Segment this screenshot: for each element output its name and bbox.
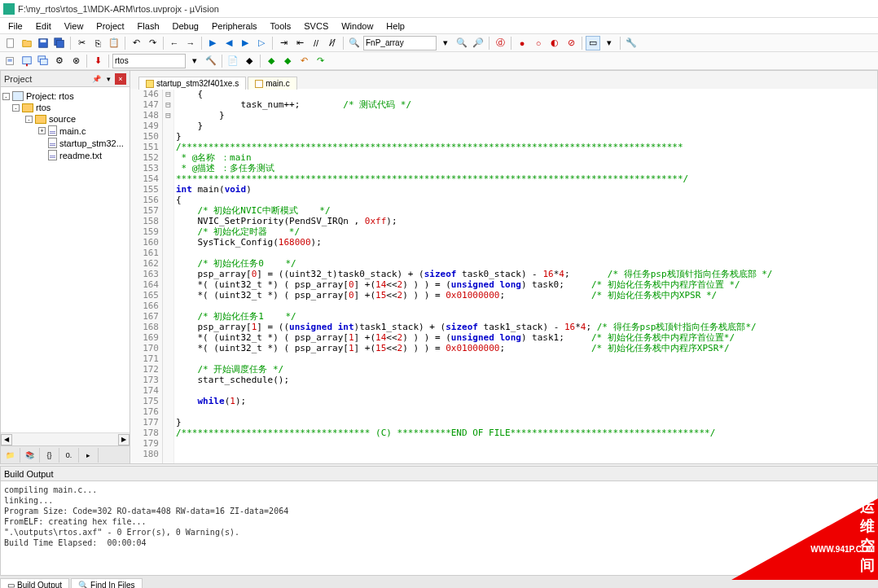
- menu-edit[interactable]: Edit: [29, 20, 58, 33]
- project-tab-more-icon[interactable]: ▸: [79, 448, 99, 463]
- manage-icon[interactable]: ◆: [242, 54, 257, 68]
- outdent-icon[interactable]: ⇤: [292, 36, 307, 50]
- breakpoint-insert-icon[interactable]: ●: [515, 36, 529, 50]
- line-number-gutter: 146 147 148 149 150 151 152 153 154 155 …: [130, 89, 163, 463]
- window-dropdown-icon[interactable]: ▾: [602, 36, 617, 50]
- bookmark-prev-icon[interactable]: ◀: [222, 36, 236, 50]
- project-tab-templates-icon[interactable]: 0.: [59, 448, 79, 463]
- options-icon[interactable]: 🔨: [204, 54, 218, 68]
- project-tree[interactable]: - Project: rtos - rtos - source + main.c: [1, 87, 130, 432]
- tree-label: rtos: [36, 103, 50, 112]
- main-toolbar: ✂ ⎘ 📋 ↶ ↷ ← → ▶ ◀ ▶ ▷ ⇥ ⇤ // //̸ 🔍 ▾ 🔍 🔎…: [0, 34, 878, 52]
- menu-window[interactable]: Window: [335, 20, 380, 33]
- expand-icon[interactable]: -: [12, 104, 20, 112]
- tree-label: readme.txt: [59, 151, 102, 160]
- editor-body[interactable]: 146 147 148 149 150 151 152 153 154 155 …: [130, 89, 877, 463]
- nav-fwd-icon[interactable]: →: [183, 36, 198, 50]
- find-dropdown-icon[interactable]: ▾: [438, 36, 453, 50]
- download-icon[interactable]: ⬇: [90, 54, 105, 68]
- nav-back-icon[interactable]: ←: [167, 36, 182, 50]
- menu-svcs[interactable]: SVCS: [297, 20, 335, 33]
- expand-icon[interactable]: -: [25, 116, 33, 123]
- project-hscroll[interactable]: ◀ ▶: [1, 432, 130, 445]
- editor-tab[interactable]: startup_stm32f401xe.s: [138, 77, 246, 90]
- tab-marker-icon: [255, 80, 263, 88]
- build-icon[interactable]: [20, 54, 34, 68]
- editor-tabs: startup_stm32f401xe.s main.c: [130, 71, 877, 89]
- redo-icon[interactable]: ↷: [145, 36, 160, 50]
- fold-column[interactable]: ⊟ ⊟ ⊟: [163, 89, 174, 463]
- comment-icon[interactable]: //: [309, 36, 323, 50]
- svg-rect-2: [41, 39, 46, 42]
- project-panel-title: Project: [4, 74, 32, 84]
- translate-icon[interactable]: [3, 54, 18, 68]
- incremental-find-icon[interactable]: 🔎: [471, 36, 485, 50]
- breakpoint-kill-icon[interactable]: ⊘: [564, 36, 578, 50]
- menu-debug[interactable]: Debug: [166, 20, 205, 33]
- window-icon[interactable]: ▭: [586, 36, 600, 50]
- save-icon[interactable]: [36, 36, 50, 50]
- menu-flash[interactable]: Flash: [131, 20, 166, 33]
- bookmark-next-icon[interactable]: ▶: [238, 36, 252, 50]
- cut-icon[interactable]: ✂: [74, 36, 89, 50]
- stop-build-icon[interactable]: ⊗: [68, 54, 83, 68]
- nav-up-icon[interactable]: ↶: [296, 54, 311, 68]
- nav-right-icon[interactable]: ◆: [280, 54, 295, 68]
- file-ext-icon[interactable]: 📄: [226, 54, 240, 68]
- project-tab-project-icon[interactable]: 📁: [1, 448, 20, 463]
- nav-left-icon[interactable]: ◆: [264, 54, 279, 68]
- panel-pin-icon[interactable]: 📌: [90, 73, 102, 85]
- file-icon: [48, 150, 57, 160]
- menu-help[interactable]: Help: [380, 20, 411, 33]
- tree-group[interactable]: - source: [2, 113, 128, 125]
- tab-build-output[interactable]: ▭ Build Output: [0, 578, 69, 589]
- nav-down-icon[interactable]: ↷: [313, 54, 327, 68]
- panel-dropdown-icon[interactable]: ▾: [103, 73, 114, 85]
- tree-target[interactable]: - rtos: [2, 102, 128, 113]
- menu-view[interactable]: View: [58, 20, 90, 33]
- find-combo[interactable]: [363, 36, 437, 50]
- expand-icon[interactable]: +: [38, 127, 46, 134]
- title-bar: F:\my_rtos\rtos_1\MDK-ARM\rtos.uvprojx -…: [0, 0, 878, 18]
- uncomment-icon[interactable]: //̸: [325, 36, 340, 50]
- tree-project-root[interactable]: - Project: rtos: [2, 90, 128, 102]
- tree-file[interactable]: startup_stm32...: [2, 137, 128, 149]
- debug-icon[interactable]: ⓓ: [493, 36, 507, 50]
- watermark-text: IT运维空间: [860, 480, 875, 575]
- menu-file[interactable]: File: [2, 20, 29, 33]
- target-combo[interactable]: [112, 54, 186, 68]
- configure-icon[interactable]: 🔧: [624, 36, 639, 50]
- breakpoint-enable-icon[interactable]: ○: [531, 36, 546, 50]
- tree-file[interactable]: readme.txt: [2, 149, 128, 161]
- expand-icon[interactable]: -: [2, 93, 10, 100]
- save-all-icon[interactable]: [52, 36, 67, 50]
- panel-close-icon[interactable]: ×: [115, 73, 126, 85]
- paste-icon[interactable]: 📋: [107, 36, 121, 50]
- tab-find-in-files[interactable]: 🔍 Find In Files: [71, 578, 142, 589]
- tree-file[interactable]: + main.c: [2, 125, 128, 137]
- open-icon[interactable]: [20, 36, 34, 50]
- new-file-icon[interactable]: [3, 36, 18, 50]
- editor-tab-active[interactable]: main.c: [248, 77, 296, 90]
- target-dropdown-icon[interactable]: ▾: [187, 54, 202, 68]
- bookmark-icon[interactable]: ▶: [205, 36, 220, 50]
- menu-project[interactable]: Project: [90, 20, 130, 33]
- copy-icon[interactable]: ⎘: [90, 36, 105, 50]
- menu-peripherals[interactable]: Peripherals: [205, 20, 264, 33]
- undo-icon[interactable]: ↶: [129, 36, 143, 50]
- tree-label: main.c: [59, 126, 86, 136]
- code-content[interactable]: { task_num++; /* 测试代码 */ } } } /********…: [174, 89, 877, 463]
- rebuild-icon[interactable]: [36, 54, 50, 68]
- find-in-files-icon[interactable]: 🔍: [454, 36, 469, 50]
- build-toolbar: ⚙ ⊗ ⬇ ▾ 🔨 📄 ◆ ◆ ◆ ↶ ↷: [0, 52, 878, 70]
- batch-build-icon[interactable]: ⚙: [52, 54, 67, 68]
- scroll-left-icon[interactable]: ◀: [1, 434, 12, 445]
- find-icon[interactable]: 🔍: [347, 36, 362, 50]
- scroll-right-icon[interactable]: ▶: [118, 434, 130, 445]
- indent-icon[interactable]: ⇥: [276, 36, 291, 50]
- breakpoint-disable-icon[interactable]: ◐: [547, 36, 562, 50]
- project-tab-books-icon[interactable]: 📚: [20, 448, 40, 463]
- menu-tools[interactable]: Tools: [264, 20, 298, 33]
- project-tab-functions-icon[interactable]: {}: [40, 448, 59, 463]
- bookmark-clear-icon[interactable]: ▷: [254, 36, 269, 50]
